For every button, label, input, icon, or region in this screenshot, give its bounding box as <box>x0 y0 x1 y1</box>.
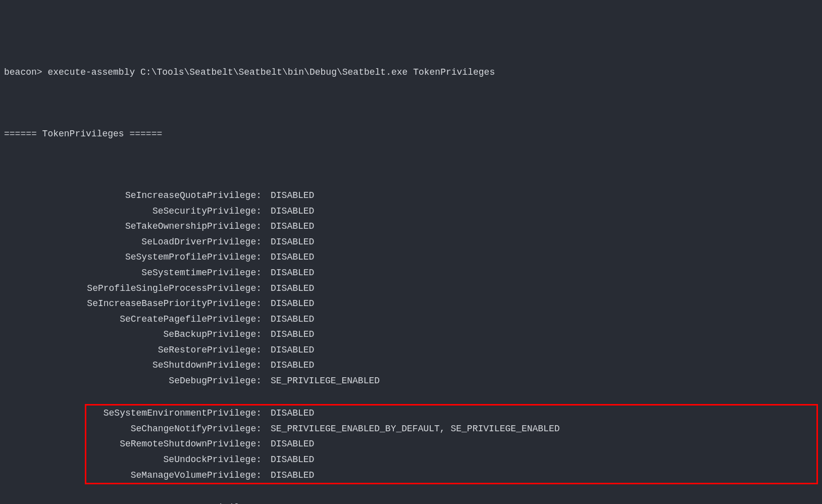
privilege-row: SeUndockPrivilege:DISABLED <box>88 452 815 468</box>
blank-line <box>4 157 818 172</box>
privilege-name: SeSystemtimePrivilege: <box>4 265 262 281</box>
privilege-name: SeIncreaseQuotaPrivilege: <box>4 188 262 204</box>
privilege-value: DISABLED <box>262 312 314 327</box>
privilege-name: SeImpersonatePrivilege: <box>4 500 262 504</box>
privilege-name: SeShutdownPrivilege: <box>4 358 262 373</box>
privilege-value: DISABLED <box>262 234 314 250</box>
privilege-value: DISABLED <box>262 468 314 483</box>
privilege-row: SeRestorePrivilege:DISABLED <box>4 342 818 358</box>
privilege-value: DISABLED <box>262 281 314 296</box>
privilege-value: DISABLED <box>262 219 314 234</box>
privilege-row: SeLoadDriverPrivilege:DISABLED <box>4 234 818 250</box>
privilege-value: DISABLED <box>262 327 314 342</box>
privilege-row: SeSystemEnvironmentPrivilege:DISABLED <box>88 406 815 421</box>
privilege-value: SE_PRIVILEGE_ENABLED <box>262 373 380 389</box>
privilege-name: SeSystemProfilePrivilege: <box>4 249 262 265</box>
privilege-name: SeManageVolumePrivilege: <box>88 468 262 483</box>
privilege-row: SeShutdownPrivilege:DISABLED <box>4 358 818 373</box>
privilege-row: SeTakeOwnershipPrivilege:DISABLED <box>4 219 818 234</box>
privilege-row: SeBackupPrivilege:DISABLED <box>4 327 818 342</box>
privilege-value: SE_PRIVILEGE_ENABLED_BY_DEFAULT, SE_PRIV… <box>262 421 560 437</box>
section-header: ====== TokenPrivileges ====== <box>4 126 818 142</box>
privilege-row: SeIncreaseQuotaPrivilege:DISABLED <box>4 188 818 204</box>
privilege-name: SeRemoteShutdownPrivilege: <box>88 436 262 452</box>
command-text: execute-assembly C:\Tools\Seatbelt\Seatb… <box>47 67 495 77</box>
privilege-row: SeChangeNotifyPrivilege:SE_PRIVILEGE_ENA… <box>88 421 815 437</box>
privilege-name: SeCreatePagefilePrivilege: <box>4 312 262 327</box>
privilege-row: SeSecurityPrivilege:DISABLED <box>4 204 818 219</box>
privileges-after: SeImpersonatePrivilege:SE_PRIVILEGE_ENAB… <box>4 500 818 504</box>
privilege-row: SeSystemProfilePrivilege:DISABLED <box>4 249 818 265</box>
prompt-label: beacon> <box>4 67 42 77</box>
privilege-value: DISABLED <box>262 406 314 421</box>
privilege-value: DISABLED <box>262 265 314 281</box>
privilege-value: DISABLED <box>262 452 314 468</box>
highlighted-privileges-box: SeSystemEnvironmentPrivilege:DISABLEDSeC… <box>85 404 818 484</box>
privilege-row: SeSystemtimePrivilege:DISABLED <box>4 265 818 281</box>
blank-line <box>4 96 818 111</box>
privilege-name: SeSecurityPrivilege: <box>4 204 262 219</box>
privileges-before: SeIncreaseQuotaPrivilege:DISABLEDSeSecur… <box>4 188 818 389</box>
privilege-value: SE_PRIVILEGE_ENABLED_BY_DEFAULT, SE_PRIV… <box>262 500 560 504</box>
privilege-name: SeUndockPrivilege: <box>88 452 262 468</box>
privilege-value: DISABLED <box>262 204 314 219</box>
command-line[interactable]: beacon> execute-assembly C:\Tools\Seatbe… <box>4 65 818 80</box>
privilege-row: SeManageVolumePrivilege:DISABLED <box>88 468 815 483</box>
privilege-row: SeCreatePagefilePrivilege:DISABLED <box>4 312 818 327</box>
privilege-value: DISABLED <box>262 436 314 452</box>
privilege-row: SeImpersonatePrivilege:SE_PRIVILEGE_ENAB… <box>4 500 818 504</box>
privilege-row: SeProfileSingleProcessPrivilege:DISABLED <box>4 281 818 296</box>
privilege-row: SeRemoteShutdownPrivilege:DISABLED <box>88 436 815 452</box>
privilege-name: SeLoadDriverPrivilege: <box>4 234 262 250</box>
privilege-name: SeIncreaseBasePriorityPrivilege: <box>4 296 262 312</box>
privilege-row: SeDebugPrivilege:SE_PRIVILEGE_ENABLED <box>4 373 818 389</box>
privilege-name: SeDebugPrivilege: <box>4 373 262 389</box>
privilege-value: DISABLED <box>262 296 314 312</box>
privilege-name: SeSystemEnvironmentPrivilege: <box>88 406 262 421</box>
privilege-name: SeProfileSingleProcessPrivilege: <box>4 281 262 296</box>
privilege-value: DISABLED <box>262 358 314 373</box>
privilege-name: SeChangeNotifyPrivilege: <box>88 421 262 437</box>
privilege-row: SeIncreaseBasePriorityPrivilege:DISABLED <box>4 296 818 312</box>
privilege-name: SeBackupPrivilege: <box>4 327 262 342</box>
privilege-name: SeRestorePrivilege: <box>4 342 262 358</box>
privilege-name: SeTakeOwnershipPrivilege: <box>4 219 262 234</box>
privilege-value: DISABLED <box>262 342 314 358</box>
privilege-value: DISABLED <box>262 249 314 265</box>
privilege-value: DISABLED <box>262 188 314 204</box>
